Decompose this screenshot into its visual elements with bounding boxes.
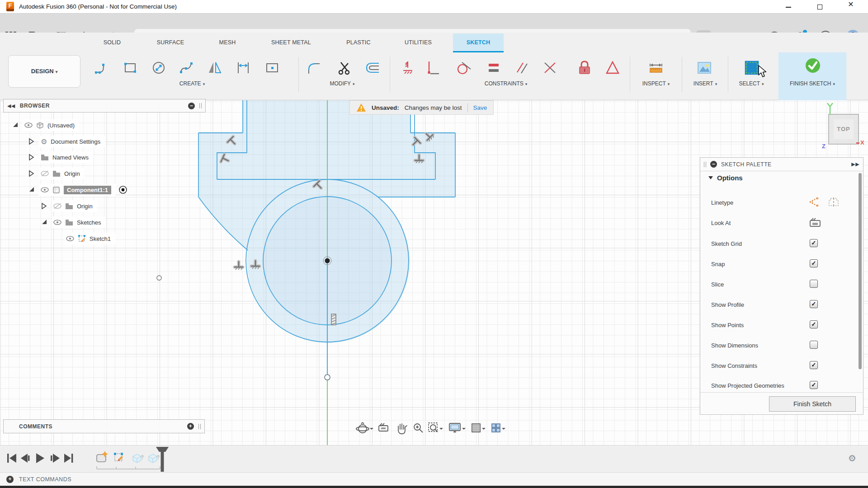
eye-icon[interactable] (53, 219, 61, 226)
create-group-label[interactable]: CREATE▾ (179, 80, 205, 89)
tab-sheet-metal[interactable]: SHEET METAL (271, 33, 311, 52)
parallel-constraint-icon[interactable] (514, 60, 530, 76)
modify-group-label[interactable]: MODIFY▾ (330, 80, 354, 89)
finish-sketch-label[interactable]: FINISH SKETCH▾ (790, 80, 835, 89)
tree-row-root[interactable]: (Unsaved) (12, 119, 79, 131)
show-profile-checkbox[interactable]: ✓ (810, 300, 818, 308)
tree-row-sketches[interactable]: Sketches (41, 216, 105, 229)
timeline-playback[interactable] (6, 452, 88, 464)
vertical-horizontal-constraint-icon[interactable] (424, 60, 440, 76)
palette-scrollbar[interactable] (859, 173, 862, 369)
navigation-toolbar[interactable] (355, 422, 518, 436)
close-window-button[interactable]: ✕ (840, 0, 861, 14)
restore-button[interactable] (809, 0, 830, 14)
tree-row-origin[interactable]: Origin (28, 167, 85, 180)
finish-sketch-icon[interactable] (804, 57, 821, 74)
triangle-constraint-icon[interactable] (604, 60, 621, 76)
comments-panel[interactable]: COMMENTS + (3, 419, 205, 433)
fixed-constraint-icon[interactable] (400, 60, 416, 76)
eye-icon[interactable] (41, 186, 49, 193)
expand-text-commands-icon[interactable]: + (6, 476, 14, 483)
tab-utilities[interactable]: UTILITIES (405, 33, 432, 52)
tree-row-document-settings[interactable]: ⚙ Document Settings (28, 135, 105, 148)
rectangle-tool-icon[interactable] (122, 60, 138, 76)
snap-checkbox[interactable]: ✓ (810, 259, 818, 267)
options-section-header[interactable]: Options (708, 174, 743, 182)
browser-collapse-icon[interactable]: − (188, 103, 195, 109)
tangent-constraint-icon[interactable] (456, 60, 472, 76)
collapsed-icon[interactable] (41, 202, 47, 210)
expanded-icon[interactable] (41, 219, 48, 226)
perpendicular-constraint-icon[interactable] (542, 60, 558, 76)
tree-row-component1[interactable]: Component1:1 (28, 183, 127, 196)
collapsed-icon[interactable] (28, 154, 34, 161)
collapse-right-icon[interactable]: ▶▶ (851, 161, 859, 167)
offset-tool-icon[interactable] (364, 60, 381, 76)
line-tool-icon[interactable] (93, 60, 109, 76)
expanded-icon[interactable] (28, 186, 35, 193)
tree-item-label[interactable]: (Unsaved) (47, 122, 75, 129)
viewcube-top-face[interactable]: TOP (834, 119, 854, 139)
tab-plastic[interactable]: PLASTIC (346, 33, 371, 52)
dimension-tool-icon[interactable] (235, 60, 251, 76)
tree-item-label[interactable]: Sketches (77, 219, 101, 226)
minimize-button[interactable] (778, 0, 799, 14)
insert-group-label[interactable]: INSERT▾ (693, 80, 717, 89)
equal-constraint-icon[interactable] (486, 60, 502, 76)
tree-row-component-origin[interactable]: Origin (41, 200, 97, 212)
tree-row-sketch1[interactable]: Sketch1 (64, 232, 115, 245)
tab-mesh[interactable]: MESH (219, 33, 236, 52)
inspect-group-label[interactable]: INSPECT▾ (642, 80, 670, 89)
palette-collapse-icon[interactable]: − (710, 161, 717, 168)
sketch-grid-checkbox[interactable]: ✓ (810, 239, 818, 247)
tab-surface[interactable]: SURFACE (157, 33, 184, 52)
tree-item-label[interactable]: Document Settings (51, 138, 100, 145)
eye-icon[interactable] (66, 235, 74, 242)
show-constraints-checkbox[interactable]: ✓ (810, 361, 818, 369)
design-workspace-dropdown[interactable]: DESIGN▾ (8, 55, 80, 88)
mirror-tool-icon[interactable] (207, 60, 223, 76)
tree-item-label[interactable]: Named Views (52, 154, 89, 161)
tree-item-label[interactable]: Origin (77, 203, 93, 210)
fillet-tool-icon[interactable] (306, 60, 322, 76)
add-comment-icon[interactable]: + (187, 423, 194, 430)
construction-linetype-icon[interactable] (808, 196, 820, 208)
show-dimensions-checkbox[interactable] (810, 341, 818, 349)
centerline-linetype-icon[interactable] (828, 196, 840, 208)
collapse-left-icon[interactable]: ◀◀ (7, 103, 15, 109)
tab-sketch[interactable]: SKETCH (467, 33, 491, 52)
trim-scissors-icon[interactable] (336, 60, 353, 76)
measure-tool-icon[interactable] (648, 60, 664, 76)
timeline-marker[interactable] (155, 446, 170, 473)
finish-sketch-button[interactable]: Finish Sketch (769, 396, 856, 412)
eye-hidden-icon[interactable] (53, 202, 61, 210)
timeline-settings-gear-icon[interactable]: ⚙ (848, 453, 856, 464)
show-projected-geometries-checkbox[interactable]: ✓ (810, 381, 818, 389)
lock-constraint-icon[interactable] (576, 60, 593, 76)
panel-grip[interactable] (704, 162, 706, 167)
look-at-icon[interactable] (809, 217, 821, 229)
activate-component-radio[interactable] (118, 185, 127, 194)
eye-icon[interactable] (24, 122, 33, 129)
select-group-label[interactable]: SELECT▾ (739, 80, 764, 89)
viewcube[interactable]: TOP (828, 114, 859, 145)
browser-panel-header[interactable]: ◀◀ BROWSER − (3, 99, 206, 113)
collapsed-icon[interactable] (28, 138, 34, 145)
expanded-icon[interactable] (12, 122, 19, 129)
circle-tool-icon[interactable] (151, 60, 167, 76)
panel-grip[interactable] (199, 103, 202, 108)
spline-tool-icon[interactable] (178, 60, 194, 76)
point-tool-icon[interactable] (264, 60, 280, 76)
text-commands-bar[interactable]: + TEXT COMMANDS (0, 472, 868, 486)
tree-item-label[interactable]: Component1:1 (64, 186, 111, 194)
show-points-checkbox[interactable]: ✓ (810, 320, 818, 328)
slice-checkbox[interactable] (810, 280, 818, 288)
insert-canvas-icon[interactable] (696, 60, 712, 76)
constraints-group-label[interactable]: CONSTRAINTS▾ (485, 80, 528, 89)
tab-solid[interactable]: SOLID (104, 33, 121, 52)
panel-grip[interactable] (198, 424, 201, 429)
eye-hidden-icon[interactable] (41, 170, 49, 177)
save-link[interactable]: Save (473, 104, 487, 111)
tree-row-named-views[interactable]: Named Views (28, 151, 93, 164)
tree-item-label[interactable]: Sketch1 (90, 235, 111, 242)
